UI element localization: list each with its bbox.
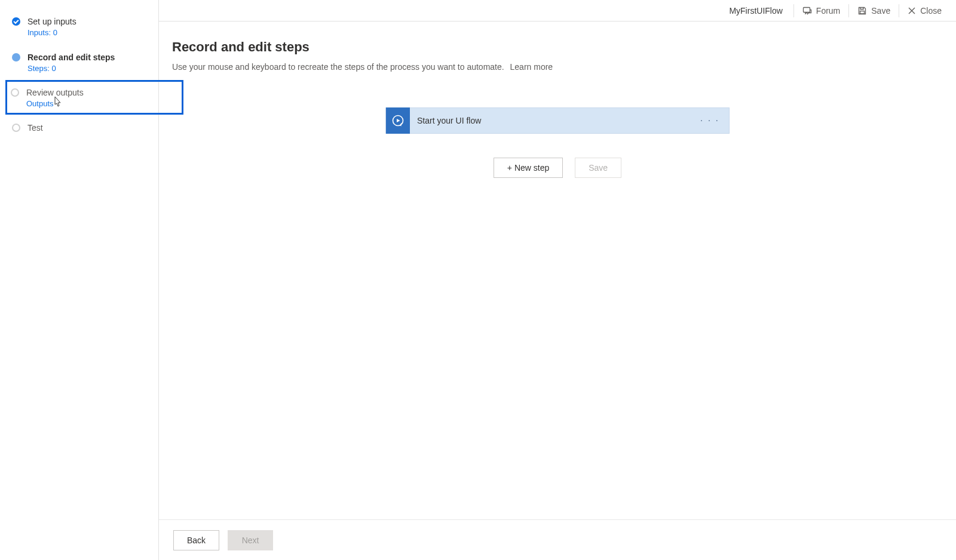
step-label: Review outputs <box>26 87 179 99</box>
sidebar-step-review-outputs[interactable]: Review outputs Outputs <box>10 87 179 108</box>
next-button: Next <box>228 530 273 550</box>
page-description-text: Use your mouse and keyboard to recreate … <box>172 62 504 72</box>
step-bullet-pending-icon <box>11 88 19 97</box>
save-icon <box>857 6 867 16</box>
step-label: Set up inputs <box>27 16 148 27</box>
step-sublabel: Steps: 0 <box>27 64 148 73</box>
sidebar: Set up inputs Inputs: 0 Record and edit … <box>0 0 159 560</box>
play-loop-icon <box>391 114 405 127</box>
step-label: Test <box>27 122 148 134</box>
flow-step-card[interactable]: Start your UI flow · · · <box>385 107 730 134</box>
header-save-label: Save <box>871 6 890 16</box>
step-sublabel: Outputs <box>26 99 179 108</box>
page-title: Record and edit steps <box>172 39 943 55</box>
step-bullet-pending-icon <box>12 124 20 132</box>
forum-label: Forum <box>816 6 840 16</box>
flow-step-icon <box>386 107 410 134</box>
footer-bar: Back Next <box>159 519 956 560</box>
close-icon <box>908 7 916 15</box>
sidebar-step-test[interactable]: Test <box>11 118 148 137</box>
step-connector <box>14 97 16 116</box>
new-step-button[interactable]: + New step <box>494 158 563 178</box>
forum-button[interactable]: Forum <box>794 0 848 21</box>
header-bar: MyFirstUIFlow Forum Save Close <box>159 0 956 21</box>
save-button: Save <box>575 158 621 178</box>
step-bullet-done-icon <box>12 17 20 26</box>
step-label: Record and edit steps <box>27 51 148 63</box>
sidebar-step-setup-inputs[interactable]: Set up inputs Inputs: 0 <box>11 12 148 41</box>
close-label: Close <box>920 6 942 16</box>
flow-name: MyFirstUIFlow <box>729 6 793 16</box>
svg-rect-1 <box>860 11 865 14</box>
page-description: Use your mouse and keyboard to recreate … <box>172 62 943 72</box>
highlight-box: Review outputs Outputs <box>5 80 183 115</box>
sidebar-step-record-edit[interactable]: Record and edit steps Steps: 0 <box>11 48 148 76</box>
header-save-button[interactable]: Save <box>849 0 899 21</box>
close-button[interactable]: Close <box>899 0 950 21</box>
svg-marker-5 <box>397 119 400 122</box>
learn-more-link[interactable]: Learn more <box>510 62 553 72</box>
actions-row: + New step Save <box>385 158 730 178</box>
step-sublabel: Inputs: 0 <box>27 28 148 37</box>
step-connector <box>16 26 17 49</box>
step-bullet-active-icon <box>12 53 20 61</box>
back-button[interactable]: Back <box>173 530 219 550</box>
main-content: Record and edit steps Use your mouse and… <box>159 21 956 560</box>
svg-rect-0 <box>803 7 810 12</box>
flow-step-menu[interactable]: · · · <box>691 115 729 126</box>
flow-step-label: Start your UI flow <box>410 116 691 125</box>
forum-icon <box>802 6 812 16</box>
